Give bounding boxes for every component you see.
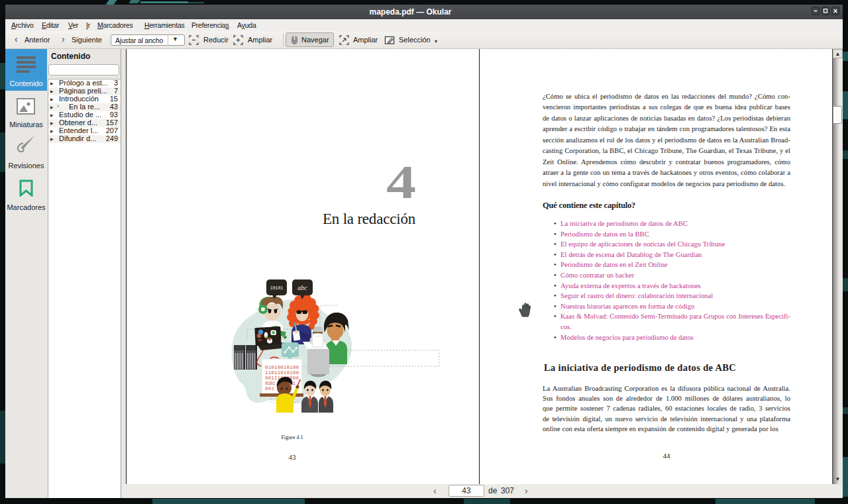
- svg-text:01010010100: 01010010100: [265, 365, 299, 370]
- svg-text:10101: 10101: [270, 285, 284, 291]
- svg-text:11011010100: 11011010100: [265, 370, 299, 376]
- svg-text:abc: abc: [297, 284, 307, 291]
- svg-text:001: 001: [265, 386, 274, 391]
